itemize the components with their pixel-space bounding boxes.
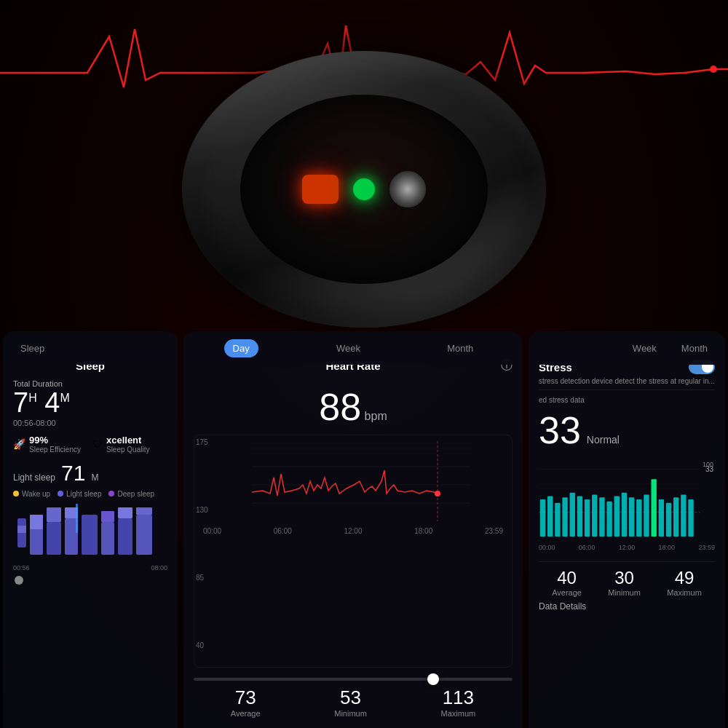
stress-description: stress detection device detect the stres… [539, 377, 715, 390]
sleep-panel: Sleep Total Duration 7H 4M 00:56-08:00 🚀… [3, 349, 178, 728]
stress-week-tab[interactable]: Week [624, 339, 665, 357]
svg-rect-30 [547, 496, 553, 537]
efficiency-label: Sleep Efficiency [29, 446, 81, 454]
stress-average-stat: 40 Average [552, 568, 582, 597]
svg-rect-13 [118, 507, 132, 518]
stress-panel: Stress stress detection device detect th… [529, 349, 725, 728]
heart-bpm-display: 88 bpm [194, 385, 513, 429]
heart-chart-svg [216, 441, 506, 521]
stress-chart-svg [539, 459, 700, 539]
heart-maximum-value: 113 [441, 687, 476, 709]
stress-maximum-label: Maximum [667, 588, 702, 597]
legend-wakeup: Wake up [13, 490, 50, 498]
heart-chart-container: 175 130 85 40 00:00 06: [194, 435, 513, 668]
sleep-efficiency-stat: 🚀 99% Sleep Efficiency [13, 435, 81, 454]
svg-rect-5 [47, 522, 61, 555]
heart-y-85: 85 [196, 574, 208, 582]
heart-average-value: 73 [231, 687, 261, 709]
stress-average-value: 40 [552, 568, 582, 588]
stress-nav-area: Week Month [529, 331, 725, 365]
heart-time-2: 12:00 [344, 527, 362, 535]
sleep-hours-unit: H [28, 392, 37, 404]
svg-rect-41 [629, 497, 634, 537]
stress-stats-row: 40 Average 30 Minimum 49 Maximum [539, 561, 715, 597]
heart-bpm-unit: bpm [365, 410, 387, 422]
sleep-hours: 7 [13, 387, 28, 418]
svg-rect-6 [47, 507, 61, 522]
svg-rect-10 [101, 522, 114, 555]
svg-rect-16 [76, 504, 78, 533]
stress-time-labels: 00:00 06:00 12:00 18:00 23:59 [539, 544, 715, 551]
quality-value: xcellent [106, 435, 149, 446]
svg-rect-39 [614, 496, 620, 537]
heart-time-3: 18:00 [414, 527, 432, 535]
stress-time-3: 18:00 [659, 544, 676, 551]
heart-average-label: Average [231, 709, 261, 718]
wakeup-label: Wake up [22, 490, 50, 498]
svg-rect-44 [651, 479, 656, 537]
wakeup-dot [13, 491, 19, 496]
heart-y-130: 130 [196, 506, 208, 514]
stress-month-tab[interactable]: Month [673, 339, 716, 357]
heart-y-40: 40 [196, 641, 208, 649]
sleep-nav-area: Sleep [3, 331, 178, 365]
heart-slider-track[interactable] [194, 678, 513, 681]
stress-data-label: ed stress data [539, 396, 715, 404]
stress-average-label: Average [552, 588, 582, 597]
svg-rect-9 [82, 515, 98, 555]
svg-rect-34 [577, 496, 582, 537]
light-sleep-label: Light sleep [13, 472, 55, 483]
heart-average-stat: 73 Average [231, 687, 261, 718]
svg-rect-31 [555, 503, 560, 537]
svg-rect-45 [659, 499, 664, 537]
stress-time-4: 23:59 [698, 544, 715, 551]
heart-stats-row: 73 Average 53 Minimum 113 Maximum [194, 687, 513, 718]
day-tab[interactable]: Day [224, 339, 258, 357]
panel-nav-row: Sleep Day Week Month Week Month [0, 331, 728, 365]
stress-status: Normal [587, 434, 620, 446]
stress-value: 33 [539, 408, 581, 452]
smart-ring-image [175, 44, 553, 335]
stress-chart-container: 33 100 [539, 459, 715, 554]
sleep-end-time: 08:00 [151, 564, 167, 571]
sleep-quality-stat: 🛡 xcellent Sleep Quality [92, 435, 149, 454]
svg-rect-47 [673, 497, 678, 537]
stress-time-0: 00:00 [539, 544, 555, 551]
svg-rect-11 [101, 511, 114, 522]
quality-label: Sleep Quality [106, 446, 149, 454]
efficiency-value: 99% [29, 435, 81, 446]
sleep-chart: 00:56 08:00 [13, 504, 167, 562]
svg-rect-42 [636, 499, 641, 537]
light-sleep-unit: M [91, 472, 98, 483]
heart-minimum-stat: 53 Minimum [334, 687, 367, 718]
sleep-time-range: 00:56-08:00 [13, 419, 167, 427]
svg-rect-38 [606, 502, 612, 537]
stress-minimum-stat: 30 Minimum [608, 568, 641, 597]
heart-time-4: 23:59 [485, 527, 503, 535]
heart-minimum-value: 53 [334, 687, 367, 709]
light-sleep-value: 71 [61, 461, 85, 486]
legend-light: Light sleep [58, 490, 101, 498]
month-tab[interactable]: Month [438, 339, 482, 357]
svg-rect-14 [136, 515, 152, 555]
sensor-green [353, 178, 375, 200]
light-dot [58, 491, 63, 496]
sleep-tab-link[interactable]: Sleep [12, 339, 53, 357]
heart-nav-area: Day Week Month [183, 331, 523, 365]
efficiency-icon: 🚀 [13, 438, 25, 450]
sensor-red [302, 175, 339, 204]
light-label: Light sleep [66, 490, 101, 498]
stress-time-2: 12:00 [619, 544, 636, 551]
svg-rect-43 [644, 495, 649, 537]
heart-maximum-label: Maximum [441, 709, 476, 718]
sleep-slider-handle[interactable] [15, 576, 23, 585]
svg-rect-33 [570, 493, 575, 537]
sleep-chart-svg [13, 504, 167, 558]
sensor-white [389, 171, 426, 207]
svg-rect-35 [585, 499, 590, 537]
stress-value-row: 33 Normal [539, 408, 715, 452]
week-tab[interactable]: Week [328, 339, 369, 357]
sleep-minutes: 4 [44, 387, 60, 418]
heart-slider-handle[interactable] [427, 673, 439, 685]
total-duration-label: Total Duration [13, 379, 167, 388]
